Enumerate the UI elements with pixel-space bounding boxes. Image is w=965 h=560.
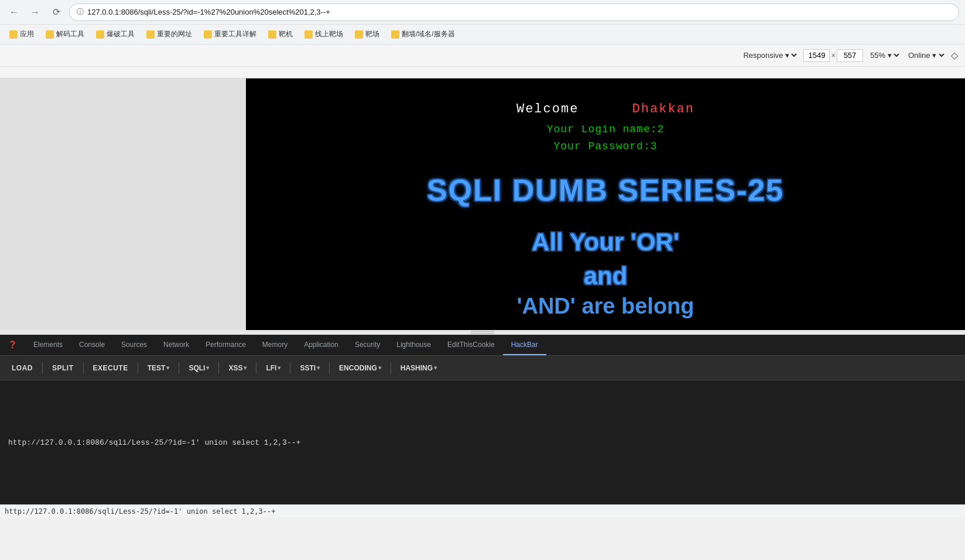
tab-elements[interactable]: Elements bbox=[25, 335, 71, 355]
rotate-button[interactable]: ◇ bbox=[951, 50, 958, 61]
subtitle: All Your 'OR' and bbox=[532, 225, 679, 294]
dropdown-arrow: ▾ bbox=[166, 365, 169, 371]
bookmark-label: 重要的网址 bbox=[157, 29, 192, 39]
tab-network[interactable]: Network bbox=[155, 335, 197, 355]
hackbar-hashing-dropdown[interactable]: HASHING ▾ bbox=[396, 362, 442, 375]
separator bbox=[391, 362, 391, 374]
hackbar-split-button[interactable]: SPLIT bbox=[47, 362, 78, 375]
dropdown-arrow: ▾ bbox=[378, 365, 381, 371]
address-bar[interactable]: ⓘ 127.0.0.1:8086/sqli/Less-25/?id=-1%27%… bbox=[69, 4, 959, 21]
separator bbox=[42, 362, 43, 374]
bookmark-label: 翻墙/域名/服务器 bbox=[402, 29, 455, 39]
tab-hackbar[interactable]: HackBar bbox=[503, 335, 546, 355]
folder-icon bbox=[96, 30, 104, 39]
separator bbox=[83, 362, 84, 374]
tab-console[interactable]: Console bbox=[71, 335, 113, 355]
separator bbox=[256, 362, 256, 374]
big-title: SQLI DUMB SERIES-25 bbox=[427, 173, 784, 208]
hackbar-url-area: http://127.0.0.1:8086/sqli/Less-25/?id=-… bbox=[0, 380, 965, 504]
tab-icon[interactable]: ❓ bbox=[0, 335, 25, 355]
drag-handle-lines bbox=[471, 331, 494, 334]
bookmark-item[interactable]: 重要工具详解 bbox=[199, 28, 261, 40]
bookmark-item[interactable]: 靶机 bbox=[264, 28, 297, 40]
tab-editthiscookie[interactable]: EditThisCookie bbox=[439, 335, 503, 355]
separator bbox=[179, 362, 179, 374]
bookmark-label: 重要工具详解 bbox=[214, 29, 256, 39]
status-text: http://127.0.0.1:8086/sqli/Less-25/?id=-… bbox=[5, 507, 275, 516]
bookmark-label: 爆破工具 bbox=[107, 29, 135, 39]
bookmark-item[interactable]: 靶场 bbox=[350, 28, 384, 40]
left-gutter bbox=[0, 78, 246, 330]
bookmark-label: 解码工具 bbox=[56, 29, 84, 39]
browser-toolbar: ← → ⟳ ⓘ 127.0.0.1:8086/sqli/Less-25/?id=… bbox=[0, 0, 965, 25]
devtools-panel: ❓ Elements Console Sources Network Perfo… bbox=[0, 335, 965, 504]
devtools-tabs: ❓ Elements Console Sources Network Perfo… bbox=[0, 335, 965, 356]
password-line: Your Password:3 bbox=[547, 138, 665, 155]
folder-icon bbox=[355, 30, 363, 39]
hackbar-test-dropdown[interactable]: TEST ▾ bbox=[143, 362, 174, 375]
welcome-name: Dhakkan bbox=[632, 102, 694, 116]
hackbar-url-text: http://127.0.0.1:8086/sqli/Less-25/?id=-… bbox=[8, 438, 300, 447]
status-bar: http://127.0.0.1:8086/sqli/Less-25/?id=-… bbox=[0, 504, 965, 517]
devtools-drag-handle[interactable] bbox=[0, 330, 965, 335]
dropdown-arrow: ▾ bbox=[278, 365, 280, 371]
hackbar-execute-button[interactable]: EXECUTE bbox=[88, 362, 133, 375]
folder-icon bbox=[304, 30, 313, 39]
bookmark-item[interactable]: 翻墙/域名/服务器 bbox=[386, 28, 460, 40]
folder-icon bbox=[391, 30, 399, 39]
bookmark-item[interactable]: 线上靶场 bbox=[300, 28, 348, 40]
responsive-mode-select[interactable]: Responsive ▾ bbox=[741, 50, 799, 60]
tab-application[interactable]: Application bbox=[296, 335, 347, 355]
hackbar-lfi-dropdown[interactable]: LFI ▾ bbox=[261, 362, 285, 375]
dimension-box: × bbox=[803, 49, 863, 62]
dimension-separator: × bbox=[831, 51, 836, 60]
page-content: Welcome Dhakkan Your Login name:2 Your P… bbox=[246, 78, 965, 330]
hackbar-toolbar: LOAD SPLIT EXECUTE TEST ▾ SQLI ▾ XSS ▾ L… bbox=[0, 356, 965, 380]
subtitle-line1: All Your 'OR' bbox=[532, 225, 679, 260]
hackbar-load-button[interactable]: LOAD bbox=[7, 362, 37, 375]
welcome-text: Welcome bbox=[516, 102, 579, 116]
bookmark-label: 靶机 bbox=[279, 29, 293, 39]
separator bbox=[138, 362, 138, 374]
lock-icon: ⓘ bbox=[77, 7, 84, 17]
folder-icon bbox=[9, 30, 18, 39]
folder-icon bbox=[146, 30, 155, 39]
hackbar-ssti-dropdown[interactable]: SSTI ▾ bbox=[295, 362, 324, 375]
bookmark-item[interactable]: 爆破工具 bbox=[91, 28, 139, 40]
bookmark-label: 线上靶场 bbox=[315, 29, 343, 39]
height-input[interactable] bbox=[837, 49, 863, 62]
login-name-line: Your Login name:2 bbox=[547, 121, 665, 138]
width-input[interactable] bbox=[803, 49, 830, 62]
tab-security[interactable]: Security bbox=[347, 335, 388, 355]
bookmark-label: 应用 bbox=[20, 29, 34, 39]
hackbar-sqli-dropdown[interactable]: SQLI ▾ bbox=[184, 362, 214, 375]
dropdown-arrow: ▾ bbox=[244, 365, 247, 371]
hackbar-encoding-dropdown[interactable]: ENCODING ▾ bbox=[334, 362, 386, 375]
responsive-toolbar: Responsive ▾ × 55% ▾ Online ▾ ◇ bbox=[0, 44, 965, 67]
network-throttle-select[interactable]: Online ▾ bbox=[906, 50, 946, 60]
ruler bbox=[0, 67, 965, 78]
bookmark-item[interactable]: 重要的网址 bbox=[142, 28, 197, 40]
tab-sources[interactable]: Sources bbox=[113, 335, 155, 355]
forward-button[interactable]: → bbox=[27, 4, 43, 20]
dropdown-arrow: ▾ bbox=[206, 365, 209, 371]
tab-performance[interactable]: Performance bbox=[197, 335, 254, 355]
bookmark-label: 靶场 bbox=[365, 29, 379, 39]
dropdown-arrow: ▾ bbox=[434, 365, 437, 371]
tab-lighthouse[interactable]: Lighthouse bbox=[388, 335, 439, 355]
main-area: Welcome Dhakkan Your Login name:2 Your P… bbox=[0, 78, 965, 330]
login-info: Your Login name:2 Your Password:3 bbox=[547, 121, 665, 155]
hackbar-xss-dropdown[interactable]: XSS ▾ bbox=[224, 362, 251, 375]
bookmark-item[interactable]: 解码工具 bbox=[41, 28, 89, 40]
dropdown-arrow: ▾ bbox=[317, 365, 320, 371]
bookmarks-bar: 应用 解码工具 爆破工具 重要的网址 重要工具详解 靶机 线上靶场 靶场 翻墙/… bbox=[0, 25, 965, 44]
bookmark-item[interactable]: 应用 bbox=[5, 28, 39, 40]
reload-button[interactable]: ⟳ bbox=[48, 4, 64, 20]
back-button[interactable]: ← bbox=[6, 4, 22, 20]
folder-icon bbox=[204, 30, 212, 39]
zoom-select[interactable]: 55% ▾ bbox=[868, 50, 901, 60]
partial-text: 'AND' are belong bbox=[516, 294, 694, 319]
welcome-line: Welcome Dhakkan bbox=[516, 102, 694, 116]
tab-memory[interactable]: Memory bbox=[254, 335, 296, 355]
folder-icon bbox=[46, 30, 54, 39]
